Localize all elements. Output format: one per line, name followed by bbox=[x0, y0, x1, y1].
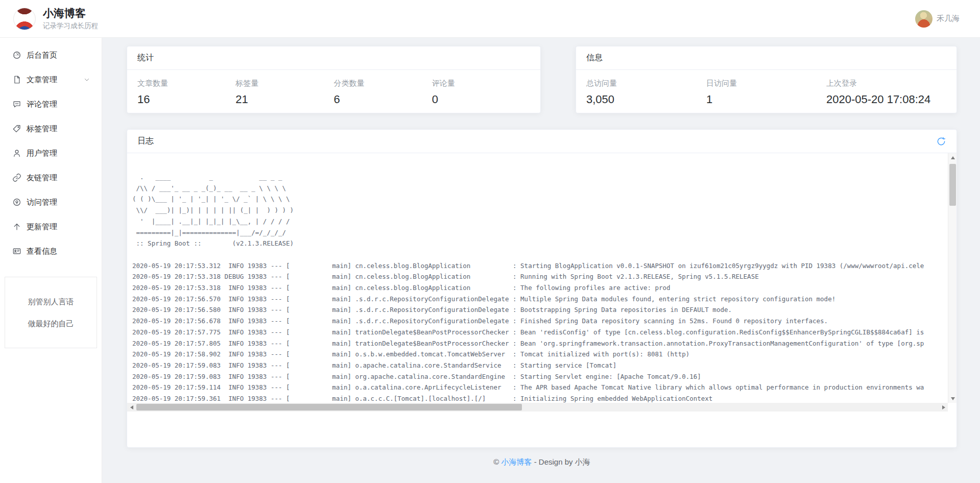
dashboard-icon bbox=[12, 51, 21, 60]
horizontal-scroll-thumb[interactable] bbox=[136, 404, 522, 410]
log-card-header: 日志 bbox=[127, 130, 957, 153]
stat-value: 16 bbox=[137, 93, 235, 106]
info-column: 总访问量3,050 bbox=[586, 79, 706, 106]
stats-card: 统计 文章数量16标签量21分类数量6评论量0 bbox=[127, 46, 541, 113]
document-icon bbox=[12, 75, 21, 84]
info-value: 2020-05-20 17:08:24 bbox=[826, 93, 946, 106]
sidebar-item-friend-links[interactable]: 友链管理 bbox=[0, 165, 102, 190]
stats-card-header: 统计 bbox=[127, 46, 540, 70]
sidebar-item-label: 评论管理 bbox=[27, 100, 90, 109]
info-column: 上次登录2020-05-20 17:08:24 bbox=[826, 79, 946, 106]
stat-value: 21 bbox=[235, 93, 333, 106]
sidebar-item-label: 后台首页 bbox=[27, 51, 90, 60]
stat-label: 文章数量 bbox=[137, 79, 235, 88]
info-label: 总访问量 bbox=[586, 79, 706, 88]
sidebar-item-label: 文章管理 bbox=[27, 75, 83, 85]
quote-box: 别管别人言语 做最好的自己 bbox=[5, 277, 97, 348]
sidebar-item-label: 更新管理 bbox=[27, 222, 90, 232]
vertical-scroll-thumb[interactable] bbox=[949, 164, 956, 206]
app-subtitle: 记录学习成长历程 bbox=[43, 21, 98, 31]
quote-line-2: 做最好的自己 bbox=[8, 312, 93, 334]
link-icon bbox=[12, 173, 21, 182]
info-label: 日访问量 bbox=[706, 79, 826, 88]
footer-copyright: © bbox=[493, 457, 499, 466]
sidebar-nav: 后台首页文章管理评论管理标签管理用户管理友链管理访问管理更新管理查看信息 bbox=[0, 43, 102, 263]
footer-suffix: - Design by 小海 bbox=[532, 457, 590, 466]
footer-brand-link[interactable]: 小海博客 bbox=[501, 457, 532, 466]
sidebar-item-label: 友链管理 bbox=[27, 173, 90, 183]
sidebar-item-visits[interactable]: 访问管理 bbox=[0, 190, 102, 214]
comment-icon bbox=[12, 100, 21, 109]
info-card-title: 信息 bbox=[586, 53, 603, 63]
sidebar-item-users[interactable]: 用户管理 bbox=[0, 141, 102, 165]
info-label: 上次登录 bbox=[826, 79, 946, 88]
sidebar-item-label: 用户管理 bbox=[27, 149, 90, 158]
refresh-icon[interactable] bbox=[936, 136, 946, 147]
info-card: 信息 总访问量3,050日访问量1上次登录2020-05-20 17:08:24 bbox=[576, 46, 957, 113]
log-card-title: 日志 bbox=[137, 136, 154, 147]
stat-label: 评论量 bbox=[432, 79, 530, 88]
logo-group: 小海博客 记录学习成长历程 bbox=[13, 7, 98, 30]
sidebar-item-comments[interactable]: 评论管理 bbox=[0, 92, 102, 116]
stat-label: 分类数量 bbox=[334, 79, 432, 88]
sidebar-item-tags[interactable]: 标签管理 bbox=[0, 116, 102, 141]
tag-icon bbox=[12, 124, 21, 133]
info-column: 日访问量1 bbox=[706, 79, 826, 106]
stat-label: 标签量 bbox=[235, 79, 333, 88]
footer: © 小海博客 - Design by 小海 bbox=[127, 457, 957, 467]
log-vertical-scrollbar[interactable] bbox=[948, 153, 957, 403]
info-value: 1 bbox=[706, 93, 826, 106]
stat-value: 6 bbox=[334, 93, 432, 106]
scroll-left-arrow-icon[interactable] bbox=[127, 403, 136, 412]
stat-value: 0 bbox=[432, 93, 530, 106]
user-menu[interactable]: 禾几海 bbox=[915, 10, 960, 28]
user-name: 禾几海 bbox=[937, 14, 960, 23]
log-card: 日志 . ____ _ __ _ _ /\\ / ___'_ __ _ _(_)… bbox=[127, 129, 957, 448]
scroll-right-arrow-icon[interactable] bbox=[939, 403, 948, 412]
sidebar-item-label: 标签管理 bbox=[27, 124, 90, 134]
sidebar-item-articles[interactable]: 文章管理 bbox=[0, 67, 102, 92]
info-card-header: 信息 bbox=[576, 46, 957, 70]
id-card-icon bbox=[12, 247, 21, 256]
stats-card-title: 统计 bbox=[137, 53, 154, 63]
sidebar-item-label: 访问管理 bbox=[27, 198, 90, 207]
sidebar-item-updates[interactable]: 更新管理 bbox=[0, 214, 102, 239]
app-title: 小海博客 bbox=[43, 7, 98, 19]
stat-column: 文章数量16 bbox=[137, 79, 235, 106]
user-icon bbox=[12, 149, 21, 158]
stats-body: 文章数量16标签量21分类数量6评论量0 bbox=[127, 70, 540, 106]
log-output: . ____ _ __ _ _ /\\ / ___'_ __ _ _(_)_ _… bbox=[127, 153, 948, 403]
info-value: 3,050 bbox=[586, 93, 706, 106]
chevron-down-icon bbox=[83, 76, 90, 83]
arrow-up-icon bbox=[12, 222, 21, 231]
quote-line-1: 别管别人言语 bbox=[8, 291, 93, 312]
stat-column: 评论量0 bbox=[432, 79, 530, 106]
sidebar-item-dashboard[interactable]: 后台首页 bbox=[0, 43, 102, 67]
main-content: 统计 文章数量16标签量21分类数量6评论量0 信息 总访问量3,050日访问量… bbox=[102, 38, 980, 483]
sidebar-item-view-info[interactable]: 查看信息 bbox=[0, 239, 102, 263]
scroll-down-arrow-icon[interactable] bbox=[948, 394, 957, 403]
stat-column: 标签量21 bbox=[235, 79, 333, 106]
scroll-up-arrow-icon[interactable] bbox=[948, 153, 957, 162]
stat-column: 分类数量6 bbox=[334, 79, 432, 106]
logo-avatar bbox=[13, 8, 36, 30]
sidebar-item-label: 查看信息 bbox=[27, 247, 90, 256]
info-body: 总访问量3,050日访问量1上次登录2020-05-20 17:08:24 bbox=[576, 70, 957, 106]
user-avatar[interactable] bbox=[915, 10, 933, 28]
compass-icon bbox=[12, 198, 21, 207]
sidebar: 后台首页文章管理评论管理标签管理用户管理友链管理访问管理更新管理查看信息 别管别… bbox=[0, 38, 102, 483]
log-viewport: . ____ _ __ _ _ /\\ / ___'_ __ _ _(_)_ _… bbox=[127, 153, 957, 403]
app-header: 小海博客 记录学习成长历程 禾几海 bbox=[0, 0, 980, 38]
log-body: . ____ _ __ _ _ /\\ / ___'_ __ _ _(_)_ _… bbox=[127, 153, 957, 449]
log-horizontal-scrollbar[interactable] bbox=[127, 403, 948, 412]
